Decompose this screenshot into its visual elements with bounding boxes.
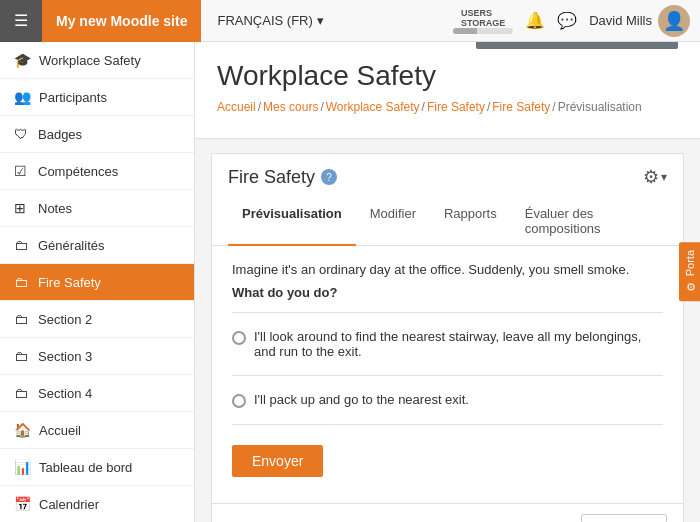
- sidebar-item-calendrier[interactable]: 📅 Calendrier: [0, 486, 194, 522]
- quiz-content: Imagine it's an ordinary day at the offi…: [212, 246, 683, 503]
- folder3-icon: 🗀: [14, 348, 30, 364]
- graduation-icon: 🎓: [14, 52, 31, 68]
- settings-icon: ⚙: [643, 166, 659, 188]
- sidebar-item-tableau[interactable]: 📊 Tableau de bord: [0, 449, 194, 486]
- main-content: Modifier le contenu de la page Workplace…: [195, 42, 700, 522]
- tab-previsualisation[interactable]: Prévisualisation: [228, 198, 356, 246]
- sidebar-item-notes[interactable]: ⊞ Notes: [0, 190, 194, 227]
- folder-icon: 🗀: [14, 237, 30, 253]
- answer-option-2[interactable]: I'll pack up and go to the nearest exit.: [232, 386, 663, 414]
- avatar: 👤: [658, 5, 690, 37]
- folder-active-icon: 🗀: [14, 274, 30, 290]
- language-selector[interactable]: FRANÇAIS (FR) ▾: [217, 13, 323, 28]
- gear-button[interactable]: ⚙ ▾: [643, 166, 667, 188]
- card-footer: → Announcements Aller à...: [212, 503, 683, 522]
- sidebar-item-section3[interactable]: 🗀 Section 3: [0, 338, 194, 375]
- grid-icon: ⊞: [14, 200, 30, 216]
- breadcrumb: Accueil / Mes cours / Workplace Safety /…: [217, 100, 678, 114]
- fire-safety-card: Fire Safety ? ⚙ ▾ Prévisualisation Modif…: [211, 153, 684, 522]
- tab-evaluer[interactable]: Évaluer des compositions: [511, 198, 667, 246]
- goto-select[interactable]: Aller à...: [581, 514, 667, 522]
- chevron-down-icon: ▾: [317, 13, 324, 28]
- brand-name: My new Moodle site: [42, 0, 201, 42]
- layout: 🎓 Workplace Safety 👥 Participants 🛡 Badg…: [0, 42, 700, 522]
- sidebar-item-fire-safety[interactable]: 🗀 Fire Safety: [0, 264, 194, 301]
- chat-icon[interactable]: 💬: [557, 11, 577, 30]
- sidebar-item-generalites[interactable]: 🗀 Généralités: [0, 227, 194, 264]
- sidebar-item-participants[interactable]: 👥 Participants: [0, 79, 194, 116]
- card-header: Fire Safety ? ⚙ ▾: [212, 154, 683, 188]
- page-header: Modifier le contenu de la page Workplace…: [195, 42, 700, 139]
- content-area: Fire Safety ? ⚙ ▾ Prévisualisation Modif…: [195, 139, 700, 522]
- topbar: ☰ My new Moodle site FRANÇAIS (FR) ▾ USE…: [0, 0, 700, 42]
- sidebar-item-accueil[interactable]: 🏠 Accueil: [0, 412, 194, 449]
- porta-tab[interactable]: ⚙ Porta: [679, 242, 700, 301]
- sidebar-item-workplace-safety[interactable]: 🎓 Workplace Safety: [0, 42, 194, 79]
- storage-bar: [453, 28, 513, 34]
- folder4-icon: 🗀: [14, 385, 30, 401]
- topbar-right: USERSSTORAGE 🔔 💬 David Mills 👤: [453, 5, 700, 37]
- quiz-scenario: Imagine it's an ordinary day at the offi…: [232, 262, 663, 277]
- calendar-icon: 📅: [14, 496, 31, 512]
- page-title: Workplace Safety: [217, 60, 678, 92]
- badge-icon: 🛡: [14, 126, 30, 142]
- sidebar-item-competences[interactable]: ☑ Compétences: [0, 153, 194, 190]
- divider2: [232, 375, 663, 376]
- tab-rapports[interactable]: Rapports: [430, 198, 511, 246]
- sidebar-item-section2[interactable]: 🗀 Section 2: [0, 301, 194, 338]
- sidebar: 🎓 Workplace Safety 👥 Participants 🛡 Badg…: [0, 42, 195, 522]
- divider: [232, 312, 663, 313]
- breadcrumb-mes-cours[interactable]: Mes cours: [263, 100, 318, 114]
- dashboard-icon: 📊: [14, 459, 31, 475]
- home-icon: 🏠: [14, 422, 31, 438]
- help-icon[interactable]: ?: [321, 169, 337, 185]
- breadcrumb-workplace-safety[interactable]: Workplace Safety: [326, 100, 420, 114]
- breadcrumb-preview: Prévisualisation: [558, 100, 642, 114]
- divider3: [232, 424, 663, 425]
- username-label: David Mills: [589, 13, 652, 28]
- hamburger-button[interactable]: ☰: [0, 0, 42, 42]
- quiz-question: What do you do?: [232, 285, 663, 300]
- storage-widget: USERSSTORAGE: [453, 8, 513, 34]
- chevron-icon: ▾: [661, 170, 667, 184]
- folder2-icon: 🗀: [14, 311, 30, 327]
- tabs: Prévisualisation Modifier Rapports Évalu…: [212, 198, 683, 246]
- porta-icon: ⚙: [683, 280, 696, 293]
- tab-modifier[interactable]: Modifier: [356, 198, 430, 246]
- radio-1[interactable]: [232, 331, 246, 345]
- user-menu[interactable]: David Mills 👤: [589, 5, 690, 37]
- storage-fill: [453, 28, 477, 34]
- card-title: Fire Safety ?: [228, 167, 337, 188]
- breadcrumb-fire-safety1[interactable]: Fire Safety: [427, 100, 485, 114]
- breadcrumb-accueil[interactable]: Accueil: [217, 100, 256, 114]
- answer-option-1[interactable]: I'll look around to find the nearest sta…: [232, 323, 663, 365]
- sidebar-item-section4[interactable]: 🗀 Section 4: [0, 375, 194, 412]
- envoyer-button[interactable]: Envoyer: [232, 445, 323, 477]
- bell-icon[interactable]: 🔔: [525, 11, 545, 30]
- sidebar-item-badges[interactable]: 🛡 Badges: [0, 116, 194, 153]
- check-icon: ☑: [14, 163, 30, 179]
- breadcrumb-fire-safety2[interactable]: Fire Safety: [492, 100, 550, 114]
- modify-page-button[interactable]: Modifier le contenu de la page: [476, 42, 678, 49]
- radio-2[interactable]: [232, 394, 246, 408]
- participants-icon: 👥: [14, 89, 31, 105]
- language-label: FRANÇAIS (FR): [217, 13, 312, 28]
